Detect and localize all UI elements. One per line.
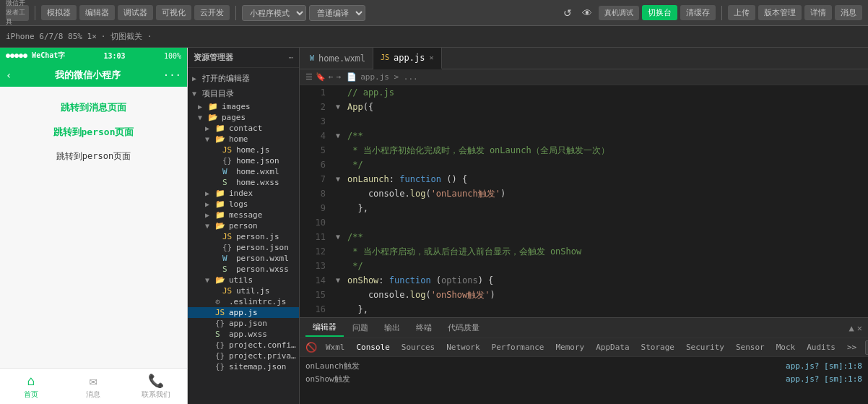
tree-item-personjson[interactable]: {} person.json: [188, 242, 299, 253]
tree-item-appjson[interactable]: {} app.json: [188, 318, 299, 329]
section-open-editors[interactable]: ▶ 打开的编辑器: [188, 71, 299, 86]
sub-tab-audits[interactable]: Audits: [801, 340, 841, 355]
tree-item-homejson[interactable]: {} home.json: [188, 155, 299, 166]
nav-menu-icon[interactable]: ···: [163, 69, 181, 81]
bottom-tab-problems[interactable]: 问题: [345, 319, 376, 336]
phone-info: iPhone 6/7/8 85% 1×: [6, 32, 97, 41]
panel-expand-icon[interactable]: ▲: [849, 323, 854, 333]
tree-item-message[interactable]: ▶ 📁 message: [188, 210, 299, 220]
code-area[interactable]: // app.js ▼ App({ ▼ /** *: [330, 85, 868, 317]
appservice-dropdown[interactable]: appservice: [865, 340, 868, 355]
section-project[interactable]: ▼ 项目目录: [188, 86, 299, 101]
tree-item-appwxss[interactable]: S app.wxss: [188, 329, 299, 340]
bottom-tab-quality[interactable]: 代码质量: [440, 319, 487, 336]
line-num-8: 8: [304, 186, 326, 201]
tree-item-appjs[interactable]: JS app.js: [188, 307, 299, 318]
tree-item-pages[interactable]: ▼ 📂 pages: [188, 112, 299, 123]
nav-back-icon[interactable]: ‹: [6, 69, 12, 81]
sub-tab-sources[interactable]: Sources: [396, 340, 440, 355]
tree-item-projectconfig[interactable]: {} project.config.json: [188, 340, 299, 351]
tree-item-utils[interactable]: ▼ 📂 utils: [188, 275, 299, 285]
compile-dropdown[interactable]: 普通编译: [309, 5, 365, 21]
sub-tab-more[interactable]: >>: [841, 340, 862, 355]
tree-item-home[interactable]: ▼ 📂 home: [188, 134, 299, 145]
details-button[interactable]: 详情: [804, 5, 832, 20]
line-num-3: 3: [304, 114, 326, 129]
bookmark-icon[interactable]: 🔖: [316, 72, 326, 82]
tree-item-utiljs[interactable]: JS util.js: [188, 285, 299, 296]
message-button[interactable]: 消息: [835, 5, 862, 20]
tree-item-personwxss[interactable]: S person.wxss: [188, 264, 299, 275]
bottom-tab-editor[interactable]: 编辑器: [305, 319, 344, 337]
cloud-button[interactable]: 云开发: [194, 5, 230, 20]
forward-icon[interactable]: →: [337, 72, 342, 82]
tree-item-eslint[interactable]: ⚙ .eslintrc.js: [188, 296, 299, 307]
tree-item-person[interactable]: ▼ 📂 person: [188, 220, 299, 231]
link-messages[interactable]: 跳转到消息页面: [12, 98, 175, 117]
visual-button[interactable]: 可视化: [156, 5, 191, 20]
real-machine-test-button[interactable]: 真机调试: [599, 6, 639, 20]
disconnect-button[interactable]: 清缓存: [680, 5, 716, 20]
console-ref-2[interactable]: app.js? [sm]:1:8: [786, 373, 862, 386]
mode-dropdown[interactable]: 小程序模式: [242, 5, 306, 21]
nav-message[interactable]: ✉ 消息: [62, 369, 124, 404]
back-icon[interactable]: ←: [329, 72, 334, 82]
utils-arrow: ▼: [205, 276, 215, 284]
version-manage-button[interactable]: 版本管理: [758, 5, 802, 20]
debugger-button[interactable]: 调试器: [118, 5, 153, 20]
split-icon[interactable]: ☰: [305, 72, 313, 82]
simulator-panel: ●●●●● WeChat字 13:03 100% ‹ 我的微信小程序 ··· 跳…: [0, 48, 188, 404]
link-person-2[interactable]: 跳转到person页面: [12, 147, 175, 166]
line-num-13: 13: [304, 259, 326, 273]
sub-tab-console[interactable]: Console: [351, 340, 396, 355]
bottom-right-controls: ▲ ✕: [849, 323, 862, 333]
tree-item-personjs[interactable]: JS person.js: [188, 231, 299, 242]
console-ref-1[interactable]: app.js? [sm]:1:8: [786, 360, 862, 373]
fold-7[interactable]: ▼: [336, 172, 344, 186]
preview-icon[interactable]: 👁: [578, 6, 596, 20]
fold-4[interactable]: ▼: [336, 129, 344, 143]
nav-home[interactable]: ⌂ 首页: [0, 369, 62, 404]
home-wxml-tab-label: home.wxml: [318, 53, 365, 64]
tree-item-index[interactable]: ▶ 📁 index: [188, 188, 299, 199]
sub-tab-wxml[interactable]: Wxml: [320, 340, 351, 355]
upload-button[interactable]: 上传: [728, 5, 755, 20]
sub-tab-performance[interactable]: Performance: [486, 340, 550, 355]
sub-tab-appdata[interactable]: AppData: [590, 340, 635, 355]
code-15-log: log: [410, 288, 426, 302]
line-num-10: 10: [304, 215, 326, 230]
tree-item-homewxml[interactable]: W home.wxml: [188, 166, 299, 177]
tree-item-projectprivate[interactable]: {} project.private.config.js...: [188, 351, 299, 361]
tree-item-logs[interactable]: ▶ 📁 logs: [188, 199, 299, 210]
fold-11[interactable]: ▼: [336, 230, 344, 244]
breadcrumb-path: app.js > ...: [360, 72, 417, 82]
sub-tab-mock[interactable]: Mock: [771, 340, 802, 355]
sub-tab-security[interactable]: Security: [680, 340, 730, 355]
tree-item-homejs[interactable]: JS home.js: [188, 145, 299, 155]
explorer-menu-icon[interactable]: ⋯: [288, 53, 293, 62]
sub-tab-network[interactable]: Network: [440, 340, 485, 355]
cut-tab-button[interactable]: 切换台: [642, 5, 677, 20]
panel-close-icon[interactable]: ✕: [857, 323, 862, 333]
tab-app-js[interactable]: JS app.js ✕: [373, 48, 441, 69]
tree-item-images[interactable]: ▶ 📁 images: [188, 101, 299, 112]
link-person-1[interactable]: 跳转到person页面: [12, 123, 175, 142]
fold-14[interactable]: ▼: [336, 273, 344, 288]
sub-tab-memory[interactable]: Memory: [550, 340, 590, 355]
bottom-tab-output[interactable]: 输出: [377, 319, 407, 336]
nav-contact[interactable]: 📞 联系我们: [125, 369, 187, 404]
tab-home-wxml[interactable]: W home.wxml: [303, 48, 373, 69]
code-line-4: ▼ /**: [336, 129, 862, 143]
clear-console-icon[interactable]: 🚫: [305, 342, 317, 353]
refresh-icon[interactable]: ↺: [560, 6, 576, 20]
sub-tab-storage[interactable]: Storage: [635, 340, 680, 355]
bottom-tab-terminal[interactable]: 终端: [409, 319, 439, 336]
sub-tab-sensor[interactable]: Sensor: [730, 340, 771, 355]
editor-button[interactable]: 编辑器: [79, 5, 115, 20]
tree-item-homewxss[interactable]: S home.wxss: [188, 177, 299, 188]
tab-close-icon[interactable]: ✕: [429, 53, 433, 61]
tree-item-contact[interactable]: ▶ 📁 contact: [188, 123, 299, 134]
simulator-button[interactable]: 模拟器: [41, 5, 77, 20]
tree-item-personwxml[interactable]: W person.wxml: [188, 253, 299, 264]
tree-item-sitemap[interactable]: {} sitemap.json: [188, 361, 299, 372]
